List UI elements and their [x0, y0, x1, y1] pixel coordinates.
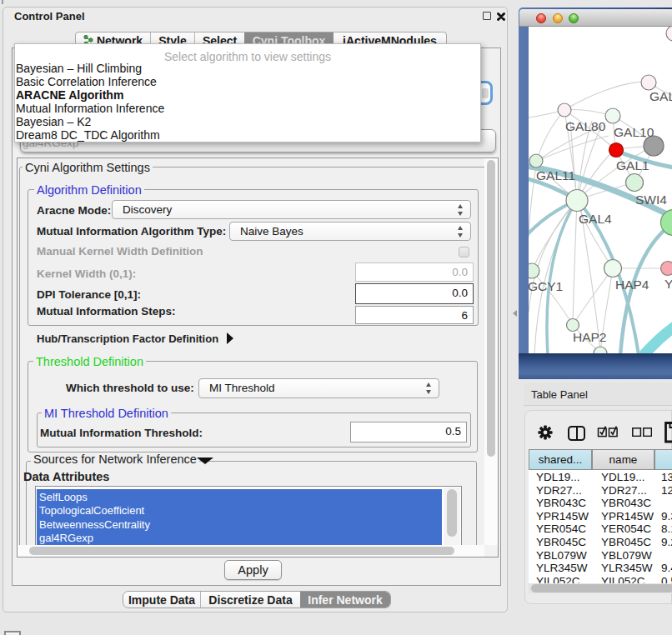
svg-text:GCY1: GCY1: [529, 279, 563, 293]
svg-text:GAL4: GAL4: [579, 212, 612, 226]
svg-text:GAL1: GAL1: [616, 158, 649, 172]
svg-text:YJ: YJ: [664, 277, 672, 291]
svg-text:GAL7: GAL7: [649, 89, 672, 103]
svg-text:SWI4: SWI4: [635, 192, 667, 207]
svg-text:HAP4: HAP4: [615, 278, 649, 292]
svg-text:GAL11: GAL11: [536, 168, 575, 182]
svg-text:HAP2: HAP2: [573, 330, 607, 344]
svg-text:GAL80: GAL80: [565, 119, 606, 133]
svg-text:GAL10: GAL10: [614, 125, 654, 139]
